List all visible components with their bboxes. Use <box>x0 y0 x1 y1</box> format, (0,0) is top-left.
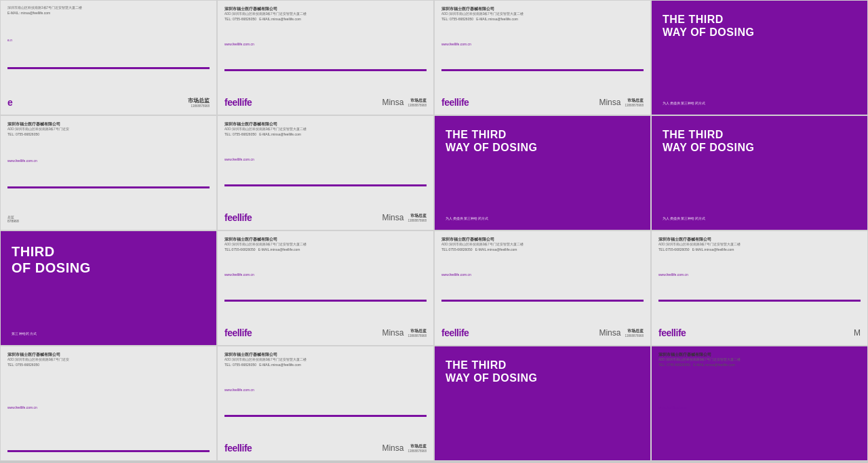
slogan-sub: 第三种给药方式 <box>12 331 205 336</box>
card-r2c4: THE THIRDWAY OF DOSING 为人类提供第三种给药方式 <box>651 115 868 230</box>
logo: feellife <box>224 443 252 454</box>
logo: feellife <box>658 327 686 338</box>
contact-name: Minsa <box>382 328 403 338</box>
company-name: 深圳市福士医疗器械有限公司 <box>224 237 427 243</box>
card-r3c3: 深圳市福士医疗器械有限公司 ADD:深圳市南山区科技南路3栋7号门近安智慧大厦二… <box>434 230 651 346</box>
contact-tel: TEL:0755-66826050 E-MAIL:minsa@feellife.… <box>441 247 644 253</box>
contact-name: M <box>854 328 861 338</box>
phone: 13868878968 <box>408 104 427 107</box>
title: 市场总监 <box>408 443 427 449</box>
card-r4c3: THE THIRDWAY OF DOSING <box>434 346 651 461</box>
slogan-sub: 为人类提供第三种给药方式 <box>663 216 856 220</box>
card-r3c4: 深圳市福士医疗器械有限公司 ADD:深圳市南山区科技南路3栋7号门近安智慧大厦二… <box>651 230 868 346</box>
company-address: ADD:深圳市南山区科技南路3栋7号门近安 <box>7 358 210 363</box>
contact-tel: TEL: 0755-66826050 E-MAIL:minsa@feellife… <box>224 363 427 368</box>
company-address: ADD:深圳市南山区科技南路3栋7号门近安智慧大厦二楼 <box>658 243 861 247</box>
website: www.feellife.com.cn <box>658 405 861 409</box>
contact-tel: TEL: 0755-66826050 E-MAIL:minsa@feellife… <box>658 363 861 368</box>
company-address: ADD:深圳市南山区科技南路3栋7号门近安智慧大厦二楼 <box>658 358 861 363</box>
title: 市场总监 <box>408 98 427 104</box>
website: www.feellife.com.cn <box>441 42 644 46</box>
logo: e <box>7 97 12 108</box>
logo: feellife <box>224 97 252 108</box>
company-name: 深圳市福士医疗器械有限公司 <box>658 352 861 358</box>
website: www.feellife.com.cn <box>7 159 210 163</box>
company-address: ADD:深圳市南山区科技南路3栋7号门近安智慧大厦二楼 <box>224 358 427 363</box>
contact-phone: 13868878968 <box>188 104 210 108</box>
contact-tel: TEL: 0755-66826050 E-MAIL:minsa@feellife… <box>224 17 427 22</box>
logo: feellife <box>224 212 252 223</box>
logo: feellife <box>441 327 469 338</box>
card-r3c1: THIRDOF DOSING 第三种给药方式 <box>0 230 217 346</box>
title: 市场总监 <box>625 98 644 104</box>
company-address: ADD:深圳市南山区科技南路3栋7号门近安智慧大厦二楼 <box>441 12 644 17</box>
contact-tel: TEL: 0755-66826050 E-MAIL:minsa@feellife… <box>224 132 427 138</box>
contact-name: 市场总监 <box>188 97 210 104</box>
phone: 13868878968 <box>408 334 427 338</box>
contact-name: Minsa <box>599 98 620 107</box>
slogan-sub: 为人类提供第三种给药方式 <box>663 101 856 105</box>
company-address: ADD:深圳市南山区科技南路3栋7号门近安智慧大厦二楼 <box>224 127 427 132</box>
website: www.feellife.com.cn <box>224 273 427 277</box>
logo: feellife <box>441 97 469 108</box>
website: e.n <box>7 38 210 42</box>
company-name: 深圳市福士医疗器械有限公司 <box>441 237 644 243</box>
company-address: ADD:深圳市南山区科技南路3栋7号门近安智慧大厦二楼 <box>441 243 644 247</box>
slogan-main: THE THIRDWAY OF DOSING <box>663 13 856 39</box>
website: www.feellife.com.cn <box>224 388 427 392</box>
company-address: ADD:深圳市南山区科技南路3栋7号门近安 <box>7 127 210 132</box>
company-name: 深圳市福士医疗器械有限公司 <box>7 121 210 127</box>
card-r1c4: THE THIRDWAY OF DOSING 为人类提供第三种给药方式 <box>651 0 868 115</box>
phone: 13868878968 <box>408 449 427 453</box>
card-r2c3: THE THIRDWAY OF DOSING 为人类提供第三种给药方式 <box>434 115 651 230</box>
phone: 13868878968 <box>625 334 644 338</box>
phone: 13868878968 <box>408 219 427 222</box>
company-address: ADD:深圳市南山区科技南路3栋7号门近安智慧大厦二楼 <box>224 12 427 17</box>
contact-tel: TEL:0755-66826050 E-MAIL:minsa@feellife.… <box>658 247 861 253</box>
card-r2c1: 深圳市福士医疗器械有限公司 ADD:深圳市南山区科技南路3栋7号门近安 TEL:… <box>0 115 217 230</box>
slogan-main: THE THIRDWAY OF DOSING <box>446 359 639 384</box>
card-r1c1: 深圳市南山区科技南路3栋7号门近安智慧大厦二楼 E-MAIL: minsa@fe… <box>0 0 217 115</box>
company-address: 深圳市南山区科技南路3栋7号门近安智慧大厦二楼 <box>7 6 210 11</box>
website: www.feellife.com.cn <box>224 42 427 46</box>
contact-tel: TEL:0755-66826050 E-MAIL:minsa@feellife.… <box>224 247 427 253</box>
company-name: 深圳市福士医疗器械有限公司 <box>7 352 210 358</box>
contact-name: Minsa <box>382 443 403 453</box>
card-r1c2: 深圳市福士医疗器械有限公司 ADD:深圳市南山区科技南路3栋7号门近安智慧大厦二… <box>217 0 434 115</box>
company-name: 深圳市福士医疗器械有限公司 <box>224 352 427 358</box>
website: www.feellife.com.cn <box>658 273 861 277</box>
company-name: 深圳市福士医疗器械有限公司 <box>441 6 644 12</box>
contact-tel: TEL: 0755-66826050 E-MAIL:minsa@feellife… <box>441 17 644 22</box>
card-r3c2: 深圳市福士医疗器械有限公司 ADD:深圳市南山区科技南路3栋7号门近安智慧大厦二… <box>217 230 434 346</box>
contact-tel: TEL: 0755-66826050 <box>7 363 210 368</box>
partial-label: 总监878968 <box>7 215 19 223</box>
slogan-main: THE THIRDWAY OF DOSING <box>663 128 856 154</box>
contact-info: E-MAIL: minsa@feellife.com <box>7 11 210 16</box>
contact-name: Minsa <box>599 328 620 338</box>
company-name: 深圳市福士医疗器械有限公司 <box>658 237 861 243</box>
website: www.feellife.com.cn <box>7 405 210 409</box>
card-r2c2: 深圳市福士医疗器械有限公司 ADD:深圳市南山区科技南路3栋7号门近安智慧大厦二… <box>217 115 434 230</box>
card-r4c2: 深圳市福士医疗器械有限公司 ADD:深圳市南山区科技南路3栋7号门近安智慧大厦二… <box>217 346 434 461</box>
website: www.feellife.com.cn <box>224 157 427 161</box>
card-r1c3: 深圳市福士医疗器械有限公司 ADD:深圳市南山区科技南路3栋7号门近安智慧大厦二… <box>434 0 651 115</box>
title: 市场总监 <box>408 213 427 219</box>
title: 市场总监 <box>625 328 644 334</box>
slogan-main: THE THIRDWAY OF DOSING <box>446 128 639 154</box>
contact-name: Minsa <box>382 98 403 107</box>
company-address: ADD:深圳市南山区科技南路3栋7号门近安智慧大厦二楼 <box>224 243 427 247</box>
website: www.feellife.com.cn <box>441 273 644 277</box>
contact-tel: TEL: 0755-66826050 <box>7 132 210 138</box>
phone: 13868878968 <box>625 104 644 107</box>
card-r4c1: 深圳市福士医疗器械有限公司 ADD:深圳市南山区科技南路3栋7号门近安 TEL:… <box>0 346 217 461</box>
title: 市场总监 <box>408 328 427 334</box>
card-r4c4: 深圳市福士医疗器械有限公司 ADD:深圳市南山区科技南路3栋7号门近安智慧大厦二… <box>651 346 868 461</box>
slogan-main: THIRDOF DOSING <box>12 243 205 276</box>
company-name: 深圳市福士医疗器械有限公司 <box>224 121 427 127</box>
card-grid: 深圳市南山区科技南路3栋7号门近安智慧大厦二楼 E-MAIL: minsa@fe… <box>0 0 868 463</box>
contact-name: Minsa <box>382 213 403 222</box>
company-name: 深圳市福士医疗器械有限公司 <box>224 6 427 12</box>
slogan-sub: 为人类提供第三种给药方式 <box>446 216 639 220</box>
logo: feellife <box>224 327 252 338</box>
